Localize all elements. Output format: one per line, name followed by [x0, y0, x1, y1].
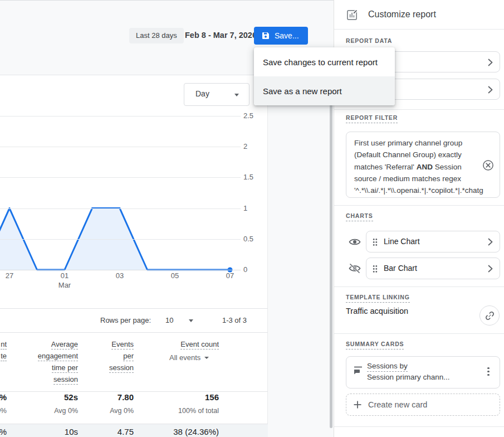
- x-axis-tick-label: 03: [116, 271, 124, 280]
- x-axis-tick-sublabel: Mar: [58, 281, 71, 289]
- divider: [334, 109, 504, 110]
- totals-cell: 52s Avg 0%: [11, 392, 78, 415]
- section-label-template-linking: TEMPLATE LINKING: [346, 294, 410, 300]
- line-chart-svg: [0, 109, 268, 293]
- totals-cell: 156 100% of total: [141, 392, 219, 415]
- y-axis-tick-label: 1.5: [243, 172, 253, 182]
- line-chart-card[interactable]: Line Chart: [366, 231, 500, 253]
- chart-gridline: [0, 239, 241, 240]
- save-button[interactable]: Save...: [254, 27, 308, 45]
- column-header-engagement-rate[interactable]: nt te: [0, 338, 7, 362]
- filter-expression: First user primary channel group (Defaul…: [354, 137, 474, 196]
- section-label-summary-cards: SUMMARY CARDS: [346, 341, 404, 347]
- summary-card-metric: Sessions by: [367, 362, 408, 370]
- divider: [334, 333, 504, 334]
- table-cell: 38 (24.36%): [141, 427, 219, 436]
- drag-handle-icon[interactable]: [373, 265, 378, 273]
- visibility-off-icon[interactable]: [349, 264, 361, 273]
- menu-item-save-new[interactable]: Save as a new report: [254, 76, 395, 105]
- column-header-event-count[interactable]: Event count All events: [141, 338, 219, 363]
- chevron-right-icon: [488, 265, 493, 273]
- rows-per-page-select[interactable]: 10: [165, 316, 173, 324]
- date-range-preset-chip[interactable]: Last 28 days: [129, 28, 184, 43]
- y-axis-tick-label: 0: [243, 265, 247, 275]
- link-off-icon: [485, 310, 495, 321]
- section-label-report-filter: REPORT FILTER: [346, 114, 398, 121]
- column-header-events-per-session[interactable]: Events per session: [82, 338, 134, 373]
- pagination-range: 1-3 of 3: [222, 316, 247, 324]
- granularity-value: Day: [195, 89, 209, 98]
- panel-title: Customize report: [368, 9, 436, 20]
- section-label-report-data: REPORT DATA: [346, 37, 392, 44]
- table-cell: %: [0, 427, 7, 436]
- chevron-right-icon: [488, 59, 493, 66]
- event-filter-select[interactable]: All events: [141, 352, 219, 363]
- granularity-select[interactable]: Day: [184, 83, 249, 106]
- column-header-avg-engagement-time[interactable]: Average engagement time per session: [11, 338, 78, 385]
- bar-chart-card[interactable]: Bar Chart: [366, 258, 500, 279]
- customize-report-icon: [346, 8, 359, 21]
- unlink-template-button[interactable]: [479, 305, 500, 326]
- divider: [334, 205, 504, 206]
- chevron-down-icon: [234, 94, 239, 96]
- rows-per-page-label: Rows per page:: [100, 316, 151, 324]
- chevron-down-icon: [204, 357, 209, 359]
- summary-card-dimension: Session primary chann...: [367, 373, 450, 381]
- chart-gridline: [0, 270, 241, 270]
- visibility-on-icon[interactable]: [349, 237, 361, 246]
- page-gutter: [268, 76, 334, 437]
- totals-cell: 7.80 Avg 0%: [82, 392, 134, 415]
- chart-gridline: [0, 116, 241, 116]
- chevron-down-icon[interactable]: [189, 319, 193, 322]
- x-axis-tick-label: 01: [61, 271, 68, 280]
- report-filter-card[interactable]: First user primary channel group (Defaul…: [346, 132, 500, 198]
- divider: [334, 287, 504, 287]
- create-new-card-button[interactable]: Create new card: [346, 394, 500, 416]
- summary-card-icon: [353, 366, 363, 375]
- divider: [0, 332, 268, 333]
- menu-item-save-current[interactable]: Save changes to current report: [254, 47, 395, 76]
- section-label-charts: CHARTS: [346, 212, 373, 219]
- chart-card-label: Line Chart: [384, 237, 420, 246]
- divider: [334, 426, 504, 427]
- divider: [0, 308, 268, 309]
- analytics-customize-report-screen: Last 28 days Feb 8 - Mar 7, 2026 Save...…: [0, 0, 504, 437]
- more-options-icon[interactable]: [485, 366, 492, 380]
- chart-gridline: [0, 208, 241, 209]
- x-axis-tick-label: 27: [6, 271, 13, 280]
- vertical-scrollbar[interactable]: [330, 78, 332, 428]
- y-axis-tick-label: 0.5: [243, 234, 253, 244]
- x-axis-tick-label: 05: [171, 271, 179, 280]
- chart-card-label: Bar Chart: [384, 264, 417, 273]
- save-button-label: Save...: [275, 31, 299, 40]
- save-icon: [261, 31, 270, 40]
- chart-gridline: [0, 177, 241, 178]
- linked-template-name: Traffic acquisition: [346, 307, 408, 315]
- line-chart[interactable]: 2.521.510.502701Mar030507: [0, 109, 268, 293]
- save-menu: Save changes to current report Save as a…: [254, 47, 395, 105]
- divider: [334, 29, 504, 30]
- x-axis-tick-label: 07: [226, 271, 234, 280]
- chart-gridline: [0, 147, 241, 147]
- chevron-right-icon: [488, 238, 493, 246]
- report-content-card: Day 2.521.510.502701Mar030507 Rows per p…: [0, 76, 268, 437]
- chevron-right-icon: [488, 86, 493, 94]
- table-cell: 10s: [11, 427, 78, 436]
- drag-handle-icon[interactable]: [373, 238, 378, 246]
- totals-cell: % 0%: [0, 392, 7, 415]
- y-axis-tick-label: 2: [243, 142, 247, 152]
- remove-filter-icon[interactable]: [482, 159, 494, 171]
- create-new-card-label: Create new card: [368, 400, 427, 409]
- y-axis-tick-label: 1: [243, 203, 247, 213]
- plus-icon: [353, 400, 362, 409]
- summary-card[interactable]: Sessions by Session primary chann...: [346, 356, 500, 389]
- y-axis-tick-label: 2.5: [243, 111, 253, 121]
- table-cell: 4.75: [82, 427, 134, 436]
- date-range-value[interactable]: Feb 8 - Mar 7, 2026: [185, 31, 257, 40]
